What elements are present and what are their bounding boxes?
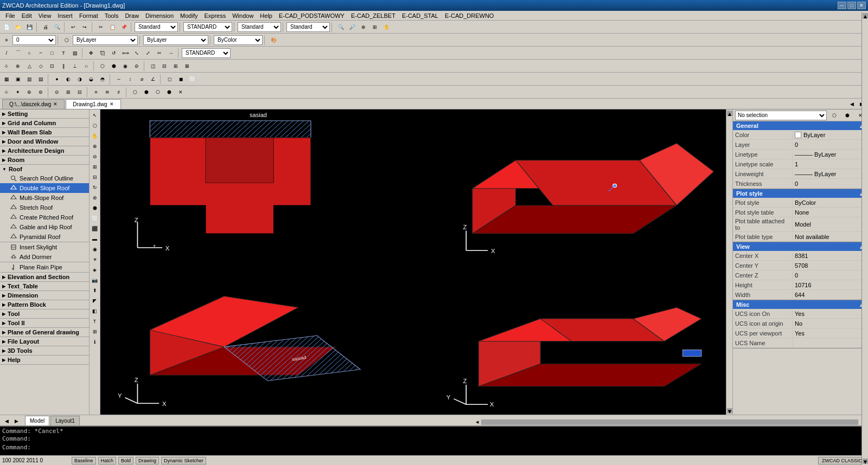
tab-scroll-right-btn[interactable]: ▶	[12, 417, 21, 425]
arch-btn1[interactable]: ⬡	[130, 87, 141, 98]
section-roof-header[interactable]: ▼ Roof	[0, 165, 89, 173]
selection-btn1[interactable]: ⬡	[829, 110, 840, 121]
tool-view-front[interactable]: ⬛	[90, 224, 100, 234]
snap-btn5[interactable]: ⊡	[47, 61, 58, 72]
prop-plot-style-value[interactable]: ByColor	[793, 199, 868, 206]
section-dimension-header[interactable]: ▶ Dimension	[0, 291, 89, 300]
viewport-bottom-left[interactable]: sasiad Z X Y	[100, 262, 416, 415]
arc-btn[interactable]: ⌢	[35, 48, 46, 59]
save-button[interactable]: 💾	[24, 22, 35, 33]
tab-scroll-left-btn[interactable]: ◀	[2, 417, 11, 425]
menu-insert[interactable]: Insert	[54, 12, 76, 19]
status-hatch-btn[interactable]: Hatch	[98, 457, 117, 464]
prop-ucs-name-value[interactable]	[793, 343, 868, 344]
tab-scroll-left[interactable]: ◀	[847, 100, 856, 108]
sidebar-item-double-slope[interactable]: Double Slope Roof	[0, 183, 89, 193]
line-btn[interactable]: /	[1, 48, 12, 59]
layer-btn3[interactable]: ⬜	[187, 74, 197, 85]
prop-color-value[interactable]: ByLayer	[793, 131, 868, 139]
snap-btn4[interactable]: ◇	[35, 61, 46, 72]
layer-combo[interactable]: 0	[12, 35, 56, 45]
tab-model[interactable]: Model	[25, 416, 49, 425]
prop-section-view-header[interactable]: View ▲	[733, 242, 868, 251]
vscroll-up[interactable]: ▲	[727, 111, 732, 116]
dim-btn1[interactable]: ↔	[113, 74, 124, 85]
prop-thickness-value[interactable]: 0	[793, 180, 868, 188]
viewport-top-left[interactable]: sasiad Z X +	[100, 109, 416, 262]
status-baseline-btn[interactable]: Baseline	[72, 457, 96, 464]
sidebar-item-search-roof[interactable]: Search Roof Outline	[0, 173, 89, 183]
prop-plot-table-value[interactable]: None	[793, 209, 868, 216]
snap-btn1[interactable]: ⊹	[1, 61, 12, 72]
dim-btn2[interactable]: ↕	[125, 74, 136, 85]
tool-zoom-window[interactable]: ⊟	[90, 172, 100, 182]
menu-edit[interactable]: Edit	[18, 12, 35, 19]
redo-button[interactable]: ↪	[79, 22, 90, 33]
3d-btn3[interactable]: ◉	[120, 61, 131, 72]
status-classic-btn[interactable]: ZWCAD CLASSIC	[818, 457, 866, 464]
zoom-btn1[interactable]: 🔍	[335, 22, 346, 33]
dim-btn4[interactable]: ∠	[148, 74, 158, 85]
command-input[interactable]	[33, 444, 866, 451]
misc-btn7[interactable]: ◑	[74, 74, 85, 85]
misc2-btn9[interactable]: ≋	[102, 87, 113, 98]
sidebar-item-plane-rain-pipe[interactable]: Plane Rain Pipe	[0, 262, 89, 272]
3d-btn1[interactable]: ⬡	[97, 61, 108, 72]
layer-btn2[interactable]: ◼	[175, 74, 186, 85]
text-btn[interactable]: T	[58, 48, 69, 59]
tool-render[interactable]: ◉	[90, 244, 100, 254]
misc2-btn7[interactable]: ⊟	[74, 87, 85, 98]
menu-tools[interactable]: Tools	[101, 12, 122, 19]
viewport-bottom-right[interactable]: Z X Y	[417, 262, 732, 415]
menu-window[interactable]: Window	[229, 12, 257, 19]
window-controls[interactable]: ─ □ ✕	[838, 2, 866, 9]
section-pattern-block-header[interactable]: ▶ Pattern Block	[0, 300, 89, 309]
view-btn3[interactable]: ⊞	[170, 61, 181, 72]
status-dynamic-btn[interactable]: Dynamic Sketcher	[161, 457, 206, 464]
print-preview-button[interactable]: 🔍	[52, 22, 62, 33]
menu-draw[interactable]: Draw	[122, 12, 142, 19]
tool-pan[interactable]: ✋	[90, 131, 100, 141]
misc-btn3[interactable]: ▥	[24, 74, 35, 85]
color-combo[interactable]: ByColor	[214, 35, 263, 45]
close-button[interactable]: ✕	[857, 2, 866, 9]
menu-ecad-stal[interactable]: E-CAD_STAL	[399, 12, 442, 19]
status-bold-btn[interactable]: Bold	[118, 457, 133, 464]
section-room-header[interactable]: ▶ Room	[0, 156, 89, 164]
section-arch-header[interactable]: ▶ Architecture Design	[0, 146, 89, 155]
tool-material[interactable]: ◈	[90, 265, 100, 275]
layer-props-btn[interactable]: ⬡	[61, 35, 72, 46]
prop-center-z-value[interactable]: 0	[793, 272, 868, 279]
linetype-combo[interactable]: ByLayer	[73, 35, 138, 45]
misc-btn8[interactable]: ◒	[86, 74, 97, 85]
misc2-btn4[interactable]: ⊜	[35, 87, 46, 98]
trim-btn[interactable]: ✂	[154, 48, 165, 59]
copy-button[interactable]: 📋	[107, 22, 118, 33]
mirror-btn[interactable]: ⟺	[120, 48, 131, 59]
right-vscroll[interactable]: ▲ ▼	[861, 12, 868, 465]
misc-btn9[interactable]: ◓	[97, 74, 108, 85]
prop-section-general-header[interactable]: General ▲	[733, 121, 868, 130]
scale-btn[interactable]: ⤡	[131, 48, 142, 59]
menu-ecad-podstawowy[interactable]: E-CAD_PODSTAWOWY	[276, 12, 348, 19]
tab-layout1[interactable]: Layout1	[50, 416, 80, 425]
workspace-combo[interactable]: Standard	[135, 22, 178, 32]
pan-btn[interactable]: ✋	[381, 22, 392, 33]
print-button[interactable]: 🖨	[40, 22, 51, 33]
tab-close-daszek[interactable]: ✕	[53, 101, 58, 107]
section-plane-general-header[interactable]: ▶ Plane of General drawing	[0, 328, 89, 337]
view-btn1[interactable]: ◫	[148, 61, 158, 72]
section-help-header[interactable]: ▶ Help	[0, 356, 89, 364]
snap-btn7[interactable]: ⊥	[69, 61, 80, 72]
status-drawing-btn[interactable]: Drawing	[136, 457, 159, 464]
section-door-header[interactable]: ▶ Door and Window	[0, 137, 89, 146]
zoom-btn3[interactable]: ⊕	[358, 22, 369, 33]
section-tool-header[interactable]: ▶ Tool	[0, 309, 89, 318]
menu-dimension[interactable]: Dimension	[142, 12, 177, 19]
sidebar-item-create-pitched[interactable]: Create Pitched Roof	[0, 212, 89, 222]
menu-ecad-drewno[interactable]: E-CAD_DREWNO	[442, 12, 497, 19]
3d-btn2[interactable]: ⬢	[108, 61, 119, 72]
snap-btn8[interactable]: ∩	[81, 61, 92, 72]
prop-ucs-per-viewport-value[interactable]: Yes	[793, 330, 868, 337]
prop-linetype-value[interactable]: ——— ByLayer	[793, 151, 868, 158]
